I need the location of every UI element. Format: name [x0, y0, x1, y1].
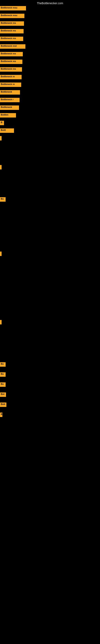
bar-item: Bo — [0, 382, 6, 387]
bar-item: Bo — [0, 197, 6, 202]
bar-item — [0, 252, 1, 256]
bar-item — [0, 165, 1, 170]
bar-item: Bottleneck res — [0, 29, 24, 34]
bar-item: Bottleneck rest — [0, 44, 25, 49]
bar-item: Bottl — [0, 128, 14, 133]
bar-item — [0, 320, 1, 324]
bar-item: Bottleneck resu — [0, 14, 24, 18]
bar-item: Bottleneck res — [0, 60, 22, 64]
bar-item: B — [0, 412, 2, 417]
bar-item — [0, 136, 1, 140]
bar-item: Bot — [0, 392, 6, 397]
bar-item: Bottleneck — [0, 106, 19, 110]
bar-item: Bo — [0, 372, 6, 377]
site-title: TheBottlenecker.com — [37, 2, 63, 5]
bar-item: Bottleneck res — [0, 67, 22, 72]
bar-item: Bottleneck res — [0, 52, 23, 56]
bar-item: Bottleneck re — [0, 82, 21, 87]
bar-item: Bottleneck r — [0, 98, 20, 102]
bar-item: Bott — [0, 402, 6, 407]
bar-item: Bottlen — [0, 113, 16, 118]
bar-item: Bottleneck re — [0, 75, 22, 79]
bar-item: Bottleneck res — [0, 21, 24, 26]
bar-item: Bo — [0, 362, 6, 367]
bar-item: Bottleneck resu — [0, 6, 26, 10]
bar-item: B — [0, 121, 4, 125]
bar-item: Bottleneck — [0, 90, 20, 94]
bar-item: Bottleneck res — [0, 37, 23, 41]
